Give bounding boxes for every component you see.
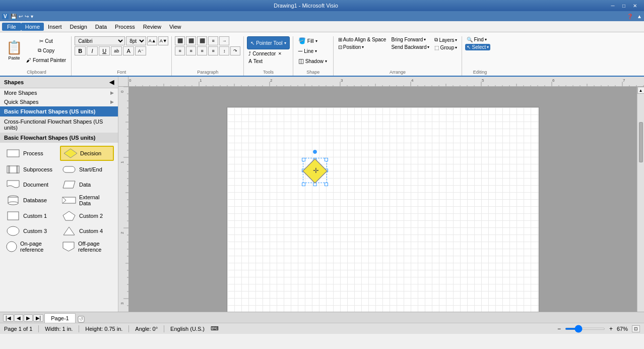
quick-access-save[interactable]: 💾 [11,14,17,19]
group-button[interactable]: ⬚ Group ▾ [433,44,459,51]
decision-shape-svg[interactable]: ✛ [298,153,332,188]
help-icon[interactable]: ❓ [627,14,633,19]
position-button[interactable]: ⊡ Position ▾ [337,44,388,50]
decrease-font-button[interactable]: A▼ [158,36,168,45]
ime-icon[interactable]: ⌨ [211,325,219,332]
menu-view[interactable]: View [165,23,185,31]
canvas-scroll[interactable]: ✛ ◀ ▶ [128,87,637,312]
page-tab-1[interactable]: Page-1 [44,313,75,323]
menu-review[interactable]: Review [139,23,165,31]
strikethrough-button[interactable]: ab [111,46,122,55]
minimize-button[interactable]: ─ [608,2,618,10]
shape-item-database[interactable]: Database [4,193,58,207]
svg-point-9 [8,202,18,205]
canvas-page[interactable]: ✛ [227,107,539,312]
shape-item-startend[interactable]: Start/End [60,163,114,176]
select-button[interactable]: ↖ Select ▾ [465,44,490,50]
menu-home[interactable]: Home [21,23,44,31]
align-center-button[interactable]: ≡ [186,46,196,55]
fit-page-button[interactable]: ⊡ [632,325,640,332]
page-prev-button[interactable]: ◀ [14,314,23,322]
v-scrollbar[interactable]: ▲ ▼ [637,87,644,312]
font-highlight-button[interactable]: A⁻ [135,46,146,55]
shape-item-decision[interactable]: Decision [60,146,114,161]
font-size-select[interactable]: 8pt. [126,36,146,45]
justify-button[interactable]: ≡ [208,46,218,55]
line-spacing-button[interactable]: ↕ [219,46,229,55]
shape-item-custom4[interactable]: Custom 4 [60,224,114,238]
shape-item-data[interactable]: Data [60,178,114,191]
v-scrollbar-thumb[interactable] [639,122,643,162]
menu-insert[interactable]: Insert [44,23,66,31]
connector-button[interactable]: ⤴ Connector ✕ [247,50,283,57]
indent-button[interactable]: → [219,36,229,45]
page-last-button[interactable]: ▶| [33,314,44,322]
basic-flowchart-section[interactable]: Basic Flowchart Shapes (US units) [0,106,118,117]
cut-button[interactable]: ✂Cut [24,36,68,45]
send-backward-button[interactable]: Send Backward ▾ [390,44,431,50]
restore-button[interactable]: □ [619,2,629,10]
sidebar-collapse-icon[interactable]: ◀ [109,79,114,86]
svg-rect-5 [63,166,75,172]
scroll-up-button[interactable]: ▲ [637,87,645,94]
shape-item-offpage[interactable]: Off-page reference [60,240,114,254]
cross-functional-section[interactable]: Cross-Functional Flowchart Shapes (US un… [0,117,118,133]
text-button[interactable]: A Text [247,58,264,65]
shape-item-custom2[interactable]: Custom 2 [60,209,114,222]
bring-forward-button[interactable]: Bring Forward ▾ [390,36,431,43]
menu-process[interactable]: Process [111,23,139,31]
increase-font-button[interactable]: A▲ [147,36,157,45]
shape-thumb-process [6,148,20,159]
zoom-slider[interactable] [565,328,605,330]
shape-item-externaldata[interactable]: External Data [60,193,114,207]
zoom-in-button[interactable]: + [609,325,613,332]
list-button[interactable]: ≡ [208,36,218,45]
font-color-button[interactable]: A [123,46,134,55]
tools-group: ↖ Pointer Tool ▾ ⤴ Connector ✕ A Text To… [244,36,293,76]
find-button[interactable]: 🔍 Find ▾ [465,36,488,43]
selected-shape-wrapper[interactable]: ✛ [298,153,332,188]
format-painter-button[interactable]: 🖌Format Painter [24,55,68,65]
page-first-button[interactable]: |◀ [3,314,14,322]
copy-button[interactable]: ⧉Copy [24,46,68,55]
shadow-button[interactable]: ◫ Shadow ▾ [296,56,329,66]
shape-item-custom1[interactable]: Custom 1 [4,209,58,222]
quick-access-dropdown[interactable]: ▾ [31,14,33,19]
ribbon-toggle-icon[interactable]: ▲ [637,14,642,19]
italic-button[interactable]: I [87,46,98,55]
layers-button[interactable]: ⧉ Layers ▾ [433,36,459,43]
align-top-center-button[interactable]: ⬛ [186,36,196,45]
font-family-select[interactable]: Calibri [75,36,125,45]
quick-access-undo[interactable]: ↩ [19,14,23,19]
menu-data[interactable]: Data [91,23,111,31]
shape-item-onpage[interactable]: On-page reference [4,240,58,254]
pointer-tool-button[interactable]: ↖ Pointer Tool ▾ [247,36,290,49]
close-button[interactable]: ✕ [630,2,640,10]
menu-design[interactable]: Design [66,23,91,31]
paste-button[interactable]: 📋 Paste [5,36,23,64]
shape-thumb-database [6,195,20,206]
page-add-icon[interactable]: ↺ [78,316,85,323]
shape-item-custom3[interactable]: Custom 3 [4,224,58,238]
shape-item-document[interactable]: Document [4,178,58,191]
align-top-left-button[interactable]: ⬛ [175,36,185,45]
align-right-button[interactable]: ≡ [197,46,207,55]
zoom-out-button[interactable]: − [557,325,561,332]
underline-button[interactable]: U [99,46,110,55]
quick-access-redo[interactable]: ↪ [25,14,29,19]
align-left-button[interactable]: ≡ [175,46,185,55]
align-top-right-button[interactable]: ⬛ [197,36,207,45]
text-direction-button[interactable]: ↷ [230,46,240,55]
fill-button[interactable]: 🪣 Fill ▾ [296,36,319,45]
bold-button[interactable]: B [75,46,86,55]
menu-file[interactable]: File [2,23,21,31]
line-button[interactable]: ─ Line ▾ [296,46,319,55]
auto-align-button[interactable]: ⊞ Auto Align & Space [337,36,388,43]
language-status: English (U.S.) [170,326,205,332]
page-next-button[interactable]: ▶ [24,314,33,322]
v-scrollbar-track[interactable] [639,95,643,312]
shape-item-subprocess[interactable]: Subprocess [4,163,58,176]
shape-item-process[interactable]: Process [4,146,58,161]
quick-shapes-link[interactable]: Quick Shapes ▶ [0,97,118,106]
more-shapes-link[interactable]: More Shapes ▶ [0,88,118,97]
